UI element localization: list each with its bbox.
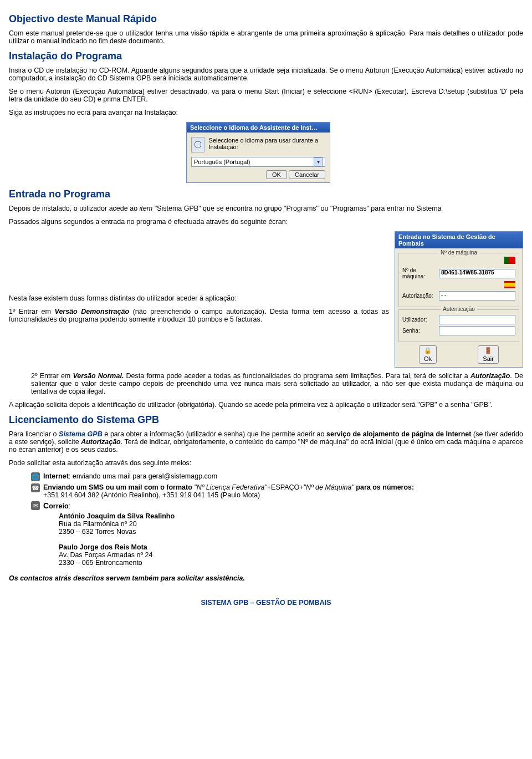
text-italic: item <box>140 205 153 212</box>
text-bold: C <box>43 501 49 510</box>
text-bold: Enviando um SMS ou um mail com o formato <box>43 483 194 491</box>
label-user: Utilizador: <box>402 317 437 323</box>
password-field[interactable] <box>439 326 515 335</box>
para-identificacao: A aplicação solicita depois a identifica… <box>9 401 523 409</box>
page-footer: SISTEMA GPB – GESTÃO DE POMBAIS <box>9 599 523 607</box>
text-bold: . <box>264 308 270 315</box>
text-bold: orreio <box>49 502 68 510</box>
language-selected: Português (Portugal) <box>194 159 250 165</box>
text-bold-italic: Versão Demonstração <box>55 308 130 315</box>
para-instal-1: Insira o CD de instalação no CD-ROM. Agu… <box>9 67 523 82</box>
mail-icon: ✉ <box>31 501 40 510</box>
chevron-down-icon: ▾ <box>314 157 323 166</box>
label-machine: Nº de máquina: <box>402 267 437 279</box>
text-brand: Sistema GPB <box>59 430 103 438</box>
language-select[interactable]: Português (Portugal) ▾ <box>191 157 325 167</box>
door-icon: 🚪 <box>484 347 492 354</box>
machine-number-field: 8D461-14W85-31875 <box>439 269 515 278</box>
addr-name: Paulo Jorge dos Reis Mota <box>59 543 523 551</box>
para-entrada-1: Depois de instalado, o utilizador acede … <box>9 205 523 212</box>
dialog-title: Entrada no Sistema de Gestão de Pombais <box>395 232 523 248</box>
cancel-button[interactable]: Cancelar <box>289 170 325 179</box>
para-assistencia: Os contactos atrás descritos servem tamb… <box>9 574 523 582</box>
text-bold-italic: Autorização <box>81 438 121 446</box>
address-block-2: Paulo Jorge dos Reis Mota Av. Das Forças… <box>59 543 523 567</box>
text-bold-italic: Autorização <box>470 372 510 380</box>
user-field[interactable] <box>439 315 515 324</box>
heading-instalacao: Instalação do Programa <box>9 50 523 62</box>
text: 2º Entrar em <box>31 372 73 380</box>
addr-city: 2330 – 065 Entroncamento <box>59 559 523 567</box>
addr-city: 2350 – 632 Torres Novas <box>59 528 523 536</box>
text-italic: "Nº de Máquina" <box>304 483 354 491</box>
group-label: Autenticação <box>441 306 477 312</box>
addr-street: Rua da Filarmónica nº 20 <box>59 520 523 528</box>
text: Desta forma pode aceder a todas as funci… <box>124 372 470 380</box>
heading-entrada: Entrada no Programa <box>9 189 523 200</box>
contact-sms: ☎ Enviando um SMS ou um mail com o forma… <box>31 483 523 499</box>
text: e para obter a informação (utilizador e … <box>103 430 326 438</box>
para-objectivo: Com este manual pretende-se que o utiliz… <box>9 29 523 45</box>
heading-objectivo: Objectivo deste Manual Rápido <box>9 13 523 25</box>
text: +ESPAÇO+ <box>267 483 304 491</box>
text: Para licenciar o <box>9 430 59 438</box>
para-instal-3: Siga as instruções no ecrã para avançar … <box>9 109 523 116</box>
group-auth: Autenticação Utilizador: Senha: <box>398 309 519 342</box>
exit-button[interactable]: 🚪 Sair <box>478 345 499 364</box>
login-dialog: Entrada no Sistema de Gestão de Pombais … <box>395 231 523 368</box>
contact-internet: 🌐 Internet: enviando uma mail para geral… <box>31 472 523 481</box>
ok-button[interactable]: OK <box>266 170 287 179</box>
group-label: Nº de máquina <box>438 249 479 256</box>
dialog-text: Seleccione o idioma para usar durante a … <box>209 137 325 150</box>
dialog-title: Seleccione o Idioma do Assistente de Ins… <box>187 123 330 133</box>
addr-street: Av. Das Forças Armadas nº 24 <box>59 551 523 559</box>
address-block-1: António Joaquim da Silva Realinho Rua da… <box>59 512 523 536</box>
ok-button[interactable]: 🔒 Ok <box>419 345 437 364</box>
lock-icon: 🔒 <box>424 347 432 354</box>
text: : enviando uma mail para geral@sistemagp… <box>69 472 217 480</box>
label-auth: Autorização: <box>402 293 437 299</box>
para-entrada-2: Passados alguns segundos a entrada no pr… <box>9 218 523 226</box>
btn-label: Ok <box>424 355 432 362</box>
contact-correio: ✉ Correio: <box>31 501 523 510</box>
heading-licenciamento: Licenciamento do Sistema GPB <box>9 414 523 426</box>
text: "Sistema GPB" que se encontra no grupo "… <box>152 205 441 212</box>
para-solicitar: Pode solicitar esta autorização através … <box>9 459 523 467</box>
text: : <box>69 502 70 510</box>
globe-icon: 🌐 <box>31 472 40 481</box>
phone-icon: ☎ <box>31 483 40 492</box>
authorization-field[interactable]: - - <box>439 291 515 300</box>
para-lic: Para licenciar o Sistema GPB e para obte… <box>9 430 523 454</box>
text-italic: "Nº Licença Federativa" <box>194 483 267 491</box>
text-bold: Internet <box>43 472 69 480</box>
flag-es-icon[interactable] <box>504 281 515 288</box>
para-opt2: 2º Entrar em Versão Normal. Desta forma … <box>31 372 523 395</box>
wizard-icon: 🖵 <box>191 137 204 152</box>
text: Depois de instalado, o utilizador acede … <box>9 205 140 212</box>
installer-language-dialog: Seleccione o Idioma do Assistente de Ins… <box>186 122 330 183</box>
flag-pt-icon[interactable] <box>504 257 515 264</box>
label-pass: Senha: <box>402 328 437 334</box>
para-instal-2: Se o menu Autorun (Execução Automática) … <box>9 88 523 103</box>
btn-label: Sair <box>483 355 494 362</box>
text-bold: para os números: <box>354 483 414 491</box>
addr-name: António Joaquim da Silva Realinho <box>59 512 523 520</box>
text: (não preenchendo o campo autorização) <box>129 308 264 315</box>
text-bold-italic: Versão Normal. <box>73 372 124 380</box>
text: +351 914 604 382 (António Realinho), +35… <box>43 491 260 499</box>
group-machine: Nº de máquina Nº de máquina: 8D461-14W85… <box>398 253 519 307</box>
text-bold: serviço de alojamento de página de Inter… <box>326 430 471 438</box>
text: 1º Entrar em <box>9 308 55 315</box>
